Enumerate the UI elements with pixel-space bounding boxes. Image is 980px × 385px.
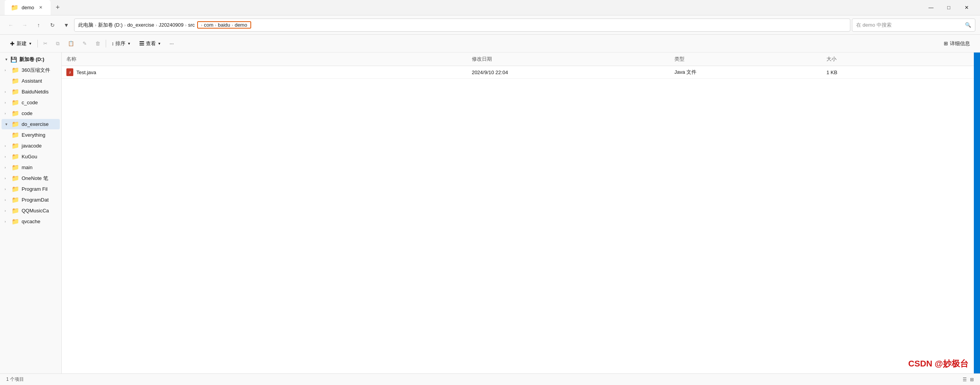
active-tab[interactable]: 📁 demo ✕ xyxy=(5,0,51,15)
file-date-cell: 2024/9/10 22:04 xyxy=(467,66,670,79)
paste-icon: 📋 xyxy=(68,41,74,46)
folder-icon-ccode: 📁 xyxy=(12,99,19,106)
item-label-kugou: KuGou xyxy=(22,154,37,159)
chevron-programdata: › xyxy=(5,198,9,202)
separator-1 xyxy=(37,40,38,47)
breadcrumb-j20240909[interactable]: J20240909 xyxy=(159,22,183,28)
folder-icon-main: 📁 xyxy=(12,164,19,171)
folder-icon-kugou: 📁 xyxy=(12,153,19,160)
col-header-date[interactable]: 修改日期 xyxy=(467,53,670,66)
chevron-code: › xyxy=(5,112,9,115)
item-label-programdata: ProgramDat xyxy=(22,197,49,203)
folder-icon-qvcache: 📁 xyxy=(12,218,19,225)
item-label-main: main xyxy=(22,165,32,170)
sidebar-item-qqmusic[interactable]: › 📁 QQMusicCa xyxy=(2,205,60,216)
sep1: › xyxy=(95,23,96,27)
breadcrumb-com[interactable]: com xyxy=(204,22,213,28)
back-button[interactable]: ← xyxy=(5,19,17,31)
sidebar-item-main[interactable]: › 📁 main xyxy=(2,162,60,173)
col-header-type[interactable]: 类型 xyxy=(670,53,822,66)
expand-button[interactable]: ▼ xyxy=(60,19,73,31)
breadcrumb-baidu[interactable]: baidu xyxy=(218,22,230,28)
item-label-assistant: Assistant xyxy=(22,78,42,84)
close-button[interactable]: ✕ xyxy=(958,2,975,14)
status-bar: 1 个项目 ☰ ⊞ xyxy=(0,373,980,385)
folder-icon-qqmusic: 📁 xyxy=(12,207,19,214)
new-button[interactable]: ✚ 新建 ▼ xyxy=(6,37,36,50)
tab-strip: 📁 demo ✕ + xyxy=(5,0,922,15)
watermark: CSDN @妙极台 xyxy=(908,358,968,370)
detail-icon: ⊞ xyxy=(944,41,948,46)
view-label: ☰ 查看 xyxy=(139,40,156,47)
window-controls: — □ ✕ xyxy=(922,2,975,14)
breadcrumb-drive[interactable]: 新加卷 (D:) xyxy=(98,22,123,29)
sep6: › xyxy=(215,23,216,27)
new-tab-button[interactable]: + xyxy=(52,2,64,14)
sidebar-item-assistant[interactable]: 📁 Assistant xyxy=(2,76,60,86)
search-placeholder: 在 demo 中搜索 xyxy=(856,22,892,29)
sort-button[interactable]: ↕ 排序 ▼ xyxy=(108,37,135,50)
breadcrumb-do-exercise[interactable]: do_exercise xyxy=(127,22,154,28)
drive-chevron: ▼ xyxy=(5,58,8,61)
chevron-baidu: › xyxy=(5,90,9,94)
sidebar-item-programfiles[interactable]: › 📁 Program Fil xyxy=(2,184,60,194)
search-bar[interactable]: 在 demo 中搜索 🔍 xyxy=(852,19,975,32)
sep4: › xyxy=(185,23,187,27)
item-label-onenote: OneNote 笔 xyxy=(22,175,48,182)
col-header-name[interactable]: 名称 xyxy=(62,53,467,66)
sidebar-item-do-exercise[interactable]: ▼ 📁 do_exercise xyxy=(2,119,60,129)
sidebar-item-360[interactable]: › 📁 360压缩文件 xyxy=(2,65,60,75)
cut-button: ✂ xyxy=(39,37,51,50)
sidebar-item-code[interactable]: › 📁 code xyxy=(2,108,60,119)
col-header-size[interactable]: 大小 xyxy=(822,53,974,66)
chevron-onenote: › xyxy=(5,176,9,180)
detail-button[interactable]: ⊞ 详细信息 xyxy=(940,38,974,49)
grid-view-icon[interactable]: ⊞ xyxy=(970,377,974,382)
sort-dropdown-icon: ▼ xyxy=(127,42,131,46)
table-row[interactable]: J Test.java 2024/9/10 22:04 Java 文件 1 KB xyxy=(62,66,974,79)
breadcrumb-demo[interactable]: demo xyxy=(235,22,247,28)
sidebar-item-programdata[interactable]: › 📁 ProgramDat xyxy=(2,195,60,205)
file-row-name: J Test.java xyxy=(66,68,463,76)
sidebar-item-everything[interactable]: 📁 Everything xyxy=(2,130,60,140)
refresh-button[interactable]: ↻ xyxy=(46,19,59,31)
chevron-javacode: › xyxy=(5,144,9,148)
sidebar-item-ccode[interactable]: › 📁 c_code xyxy=(2,97,60,108)
sidebar-item-baidu[interactable]: › 📁 BaiduNetdis xyxy=(2,86,60,97)
drive-icon: 💾 xyxy=(10,56,17,63)
drive-header[interactable]: ▼ 💾 新加卷 (D:) xyxy=(2,54,60,64)
sidebar-item-kugou[interactable]: › 📁 KuGou xyxy=(2,151,60,162)
navigation-toolbar: ← → ↑ ↻ ▼ 此电脑 › 新加卷 (D:) › do_exercise ›… xyxy=(0,15,980,35)
forward-button[interactable]: → xyxy=(19,19,31,31)
tab-close-button[interactable]: ✕ xyxy=(37,4,44,11)
file-table: 名称 修改日期 类型 大小 J Test.java 2024/9/10 22:0… xyxy=(62,53,974,79)
folder-icon-360: 📁 xyxy=(12,66,19,74)
item-label-qvcache: qvcache xyxy=(22,219,40,224)
list-view-icon[interactable]: ☰ xyxy=(963,377,967,382)
address-bar[interactable]: 此电脑 › 新加卷 (D:) › do_exercise › J20240909… xyxy=(74,19,850,32)
maximize-button[interactable]: □ xyxy=(940,2,958,14)
sep3: › xyxy=(156,23,157,27)
minimize-button[interactable]: — xyxy=(922,2,940,14)
file-area: 名称 修改日期 类型 大小 J Test.java 2024/9/10 22:0… xyxy=(62,53,974,373)
breadcrumb-computer[interactable]: 此电脑 xyxy=(78,22,93,29)
new-icon: ✚ xyxy=(10,41,15,47)
sep7: › xyxy=(231,23,233,27)
item-label-code: code xyxy=(22,110,32,116)
delete-icon: 🗑 xyxy=(95,41,100,46)
new-label: 新建 xyxy=(17,40,27,47)
sidebar-item-qvcache[interactable]: › 📁 qvcache xyxy=(2,216,60,227)
tab-folder-icon: 📁 xyxy=(11,4,19,11)
item-label-programfiles: Program Fil xyxy=(22,186,47,192)
java-file-icon: J xyxy=(66,68,73,76)
view-button[interactable]: ☰ 查看 ▼ xyxy=(135,37,165,50)
folder-icon-assistant: 📁 xyxy=(12,77,19,85)
breadcrumb-src[interactable]: src xyxy=(188,22,194,28)
more-label: ··· xyxy=(170,41,174,46)
sidebar-item-onenote[interactable]: › 📁 OneNote 笔 xyxy=(2,173,60,183)
sidebar-item-javacode[interactable]: › 📁 javacode xyxy=(2,141,60,151)
more-button[interactable]: ··· xyxy=(166,37,178,50)
item-label-javacode: javacode xyxy=(22,143,42,149)
chevron-ccode: › xyxy=(5,101,9,105)
up-button[interactable]: ↑ xyxy=(32,19,45,31)
